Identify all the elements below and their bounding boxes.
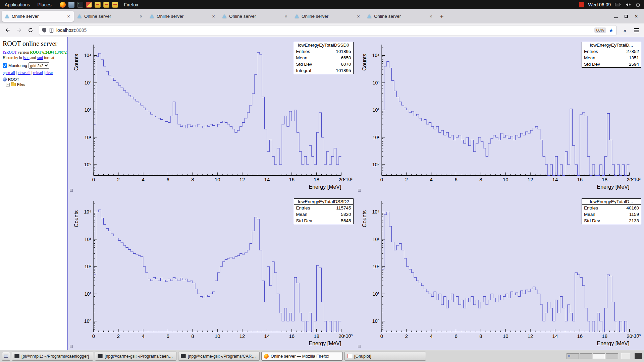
overflow-menu-icon[interactable]: »: [620, 25, 630, 35]
workspace-cell-3[interactable]: [593, 353, 605, 359]
tab-online-server-1[interactable]: Online server ×: [2, 11, 74, 22]
tab-close-icon[interactable]: ×: [284, 13, 288, 19]
keyboard-input-icon[interactable]: [615, 2, 622, 7]
terminal-launcher-icon[interactable]: [77, 2, 83, 8]
task-window-gnuplot[interactable]: [Gnuplot]: [344, 352, 426, 361]
svg-text:10³: 10³: [372, 236, 379, 242]
svg-text:×10³: ×10³: [631, 333, 641, 339]
stats-box[interactable]: lowEnergyEyTotalDSSD2Entries115745Mean53…: [294, 198, 354, 224]
tree-item-root[interactable]: ROOT: [3, 77, 65, 81]
grid-layout-select[interactable]: grid 2x2: [29, 62, 49, 69]
svg-text:18: 18: [314, 333, 319, 339]
hierarchy-tree: ROOT + Files: [3, 77, 65, 86]
workspace-cell-1[interactable]: [567, 353, 579, 359]
svg-text:10: 10: [215, 177, 220, 182]
bookmark-star-icon[interactable]: ★: [609, 27, 613, 34]
new-tab-button[interactable]: +: [437, 11, 447, 21]
power-icon[interactable]: [635, 2, 641, 7]
firefox-launcher-icon[interactable]: [60, 2, 66, 8]
json-link[interactable]: json: [23, 56, 30, 60]
app-icon-1[interactable]: [86, 2, 92, 8]
shield-icon[interactable]: [42, 27, 47, 33]
tab-close-icon[interactable]: ×: [211, 13, 216, 19]
tab-close-icon[interactable]: ×: [356, 13, 361, 19]
close-window-button[interactable]: ×: [635, 13, 638, 19]
notification-icon[interactable]: [579, 2, 584, 7]
tab-online-server-2[interactable]: Online server ×: [74, 11, 146, 22]
places-menu[interactable]: Places: [36, 2, 53, 7]
page-info-icon[interactable]: [49, 28, 54, 33]
monitoring-checkbox[interactable]: [3, 63, 7, 68]
workspace-cell-4[interactable]: [606, 353, 618, 359]
app-icon-2[interactable]: [95, 2, 101, 8]
histogram-pad-1[interactable]: 0246810121416182010⁰10¹10²10³10⁴CountsEn…: [356, 37, 644, 194]
stats-row: Entries115745: [294, 205, 353, 211]
pad-resize-marker[interactable]: [358, 189, 361, 192]
histogram-pad-0[interactable]: 0246810121416182010⁰10¹10²10³10⁴CountsEn…: [68, 37, 356, 194]
app-icon-3[interactable]: [103, 2, 109, 8]
active-app-label[interactable]: Firefox: [123, 2, 140, 7]
xml-link[interactable]: xml: [37, 56, 43, 60]
forward-button[interactable]: [14, 25, 24, 35]
app-icon-4[interactable]: [112, 2, 118, 8]
svg-text:0: 0: [92, 333, 95, 339]
terminal-icon: [98, 354, 103, 358]
svg-text:14: 14: [552, 177, 558, 182]
stats-row: Mean5320: [294, 211, 353, 218]
workspace-cell-2[interactable]: [580, 353, 592, 359]
histogram-pad-2[interactable]: 0246810121416182010⁰10¹10²10³10⁴CountsEn…: [68, 194, 356, 350]
file-manager-icon[interactable]: [68, 2, 74, 8]
reload-button[interactable]: [25, 25, 36, 35]
show-desktop-button[interactable]: [2, 352, 10, 361]
pad-resize-marker[interactable]: [358, 345, 361, 348]
tab-online-server-4[interactable]: Online server ×: [219, 11, 291, 22]
svg-text:Energy [MeV]: Energy [MeV]: [309, 184, 341, 190]
stats-title: lowEnergyEyTotalD...: [582, 199, 641, 205]
svg-text:4: 4: [430, 333, 432, 339]
tab-close-icon[interactable]: ×: [66, 13, 71, 19]
clock[interactable]: Wed 06:09: [588, 2, 611, 7]
task-window-firefox[interactable]: Online server — Mozilla Firefox: [261, 352, 343, 361]
jsroot-link[interactable]: JSROOT: [3, 50, 17, 54]
back-button[interactable]: [3, 25, 13, 35]
close-all-link[interactable]: close all: [18, 71, 31, 75]
tab-online-server-5[interactable]: Online server ×: [292, 11, 364, 22]
task-window-terminal-2[interactable]: [npg@carme-gsi:~/Programs/caenlo...: [95, 352, 176, 361]
stats-row: Entries40160: [582, 205, 641, 211]
stats-box[interactable]: lowEnergyEyTotalD...Entries27852Mean1351…: [582, 42, 641, 68]
stats-box[interactable]: lowEnergyEyTotalDSSD0Entries101895Mean66…: [294, 42, 354, 74]
tab-online-server-6[interactable]: Online server ×: [364, 11, 436, 22]
stats-box[interactable]: lowEnergyEyTotalD...Entries40160Mean1159…: [582, 198, 641, 224]
svg-text:10¹: 10¹: [85, 135, 92, 140]
volume-icon[interactable]: [626, 2, 631, 7]
task-window-terminal-1[interactable]: [pi@nnrpi1: ~/Programs/caenlogger]: [12, 352, 93, 361]
url-bar[interactable]: localhost:8085 80% ★: [39, 25, 616, 35]
tab-online-server-3[interactable]: Online server ×: [147, 11, 219, 22]
url-text[interactable]: localhost:8085: [56, 27, 592, 33]
open-all-link[interactable]: open all: [3, 71, 15, 75]
histogram-pad-3[interactable]: 0246810121416182010⁰10¹10²10³10⁴CountsEn…: [356, 194, 644, 350]
terminal-icon: [181, 354, 186, 358]
pad-resize-marker[interactable]: [70, 189, 73, 192]
applications-menu[interactable]: Applications: [3, 2, 32, 7]
svg-text:10: 10: [502, 177, 508, 182]
tab-close-icon[interactable]: ×: [429, 13, 433, 19]
reload-link[interactable]: reload: [33, 71, 43, 75]
minimize-button[interactable]: [614, 17, 618, 18]
svg-text:0: 0: [380, 177, 383, 182]
tree-item-files[interactable]: + Files: [6, 82, 65, 86]
svg-text:8: 8: [191, 177, 194, 182]
svg-text:0: 0: [92, 177, 95, 182]
clear-link[interactable]: clear: [46, 71, 53, 75]
zoom-level-badge[interactable]: 80%: [594, 27, 606, 33]
svg-text:10⁰: 10⁰: [84, 318, 92, 324]
expand-plus-icon[interactable]: +: [6, 83, 10, 86]
maximize-button[interactable]: [625, 15, 628, 18]
trash-applet[interactable]: [635, 353, 642, 359]
pad-resize-marker[interactable]: [70, 345, 73, 348]
svg-text:6: 6: [166, 333, 169, 339]
tab-close-icon[interactable]: ×: [139, 13, 143, 19]
tray-widget[interactable]: [621, 353, 631, 359]
hamburger-menu-icon[interactable]: [631, 25, 641, 35]
task-window-terminal-3[interactable]: [npg@carme-gsi:~/Programs/CARME...: [178, 352, 260, 361]
